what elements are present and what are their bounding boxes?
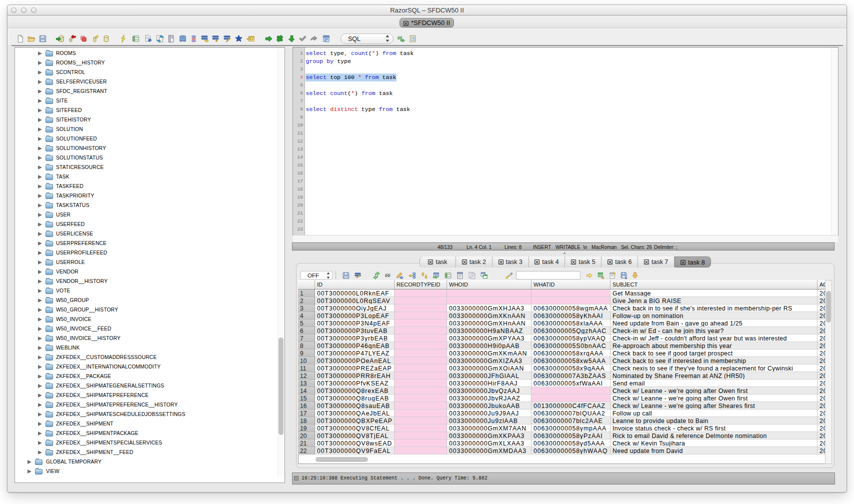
- svg-text:66: 66: [385, 272, 390, 278]
